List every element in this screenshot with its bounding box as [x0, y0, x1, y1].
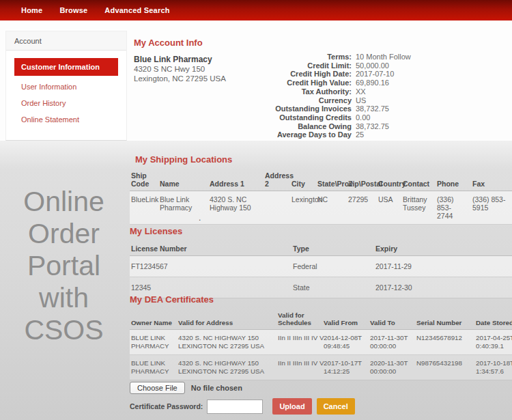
certificate-password-input[interactable] [207, 400, 263, 414]
nav-item-home[interactable]: Home [21, 6, 42, 14]
field-value: 38,732.75 [356, 104, 389, 113]
field-label: Currency [228, 96, 352, 105]
table-header-row: Ship Code Name Address 1 Address 2 City … [130, 170, 512, 191]
cell-ship-code: BlueLink [130, 191, 158, 225]
nav-item-browse[interactable]: Browse [59, 6, 87, 14]
column-header: Phone [436, 170, 471, 191]
account-field-credit-limit: Credit Limit:50,000.00 [228, 61, 501, 70]
sidebar-item-user-information[interactable]: User Information [14, 76, 118, 92]
account-field-outstanding-credits: Outstanding Credits0.00 [228, 113, 501, 122]
field-value: 25 [356, 130, 364, 139]
watermark-line: Portal [0, 250, 128, 282]
watermark-line: Online [0, 186, 128, 218]
stray-mark: . [199, 213, 201, 223]
dea-certificates-section: My DEA Certificates Owner Name Valid for… [130, 292, 512, 380]
field-label: Credit High Date: [228, 70, 352, 79]
column-header: Ship Code [130, 170, 158, 191]
field-value: 50,000.00 [356, 61, 389, 70]
column-header: Expiry [374, 243, 512, 256]
certificate-password-label: Certificate Password: [130, 402, 203, 410]
table-row: BLUE LINK PHARMACY 4320 S. NC HIGHWAY 15… [130, 355, 512, 380]
column-header: Fax [471, 170, 512, 191]
cell-country: USA [377, 191, 401, 225]
column-header: Country [377, 170, 401, 191]
upload-button[interactable]: Upload [272, 398, 311, 415]
account-field-credit-high-value: Credit High Value:69,890.16 [228, 79, 501, 87]
column-header: Date Stored [474, 310, 512, 330]
column-header: Serial Number [415, 310, 474, 330]
field-label: Outstanding Invoices [228, 104, 352, 113]
column-header: Address 1 [208, 170, 264, 191]
cell-license-type: Federal [291, 256, 374, 277]
field-value: US [356, 96, 366, 105]
cell-serial-number: N12345678912 [415, 330, 474, 355]
licenses-title: My Licenses [130, 226, 512, 236]
field-label: Credit Limit: [228, 61, 352, 70]
column-header: Contact [401, 170, 436, 191]
video-watermark-text: Online Order Portal with CSOS [0, 186, 128, 346]
column-header: Owner Name [130, 310, 177, 330]
account-field-currency: CurrencyUS [228, 96, 501, 105]
account-info-section: My Account Info Blue Link Pharmacy 4320 … [134, 34, 512, 83]
account-sidebar: Account Customer Information User Inform… [5, 31, 127, 141]
sidebar-item-online-statement[interactable]: Online Statement [14, 109, 118, 125]
account-field-balance-owing: Balance Owing38,732.75 [228, 122, 501, 131]
cell-zip: 27295 [347, 191, 377, 225]
shipping-locations-section: My Shipping Locations Ship Code Name Add… [130, 152, 512, 225]
account-info-title: My Account Info [134, 38, 512, 48]
cell-city: Lexington [290, 191, 316, 225]
cell-valid-from: 2017-10-17T14:12:25 [322, 355, 369, 380]
field-value: XX [356, 87, 366, 96]
no-file-chosen-text: No file chosen [191, 384, 242, 392]
cell-address1: 4320 S. NC Highway 150 [208, 191, 264, 225]
column-header: License Number [130, 243, 291, 256]
table-row: BlueLink Blue Link Pharmacy 4320 S. NC H… [130, 191, 512, 225]
choose-file-button[interactable]: Choose File [130, 382, 185, 394]
account-field-credit-high-date: Credit High Date:2017-07-10 [228, 70, 501, 79]
field-value: 69,890.16 [356, 79, 389, 87]
field-label: Terms: [228, 53, 352, 61]
cell-address2 [264, 191, 290, 225]
field-label: Tax Authority: [228, 87, 352, 96]
sidebar-item-customer-information[interactable]: Customer Information [14, 58, 118, 76]
watermark-line: Order [0, 218, 128, 250]
field-label: Outstanding Credits [228, 113, 352, 122]
field-value: 0.00 [356, 113, 370, 122]
nav-item-advanced-search[interactable]: Advanced Search [104, 6, 169, 14]
cell-valid-to: 2020-11-30T00:00:00 [369, 355, 415, 380]
table-header-row: License Number Type Expiry [130, 243, 512, 256]
cell-owner-name: BLUE LINK PHARMACY [130, 355, 177, 380]
licenses-table: License Number Type Expiry FT1234567 Fed… [130, 243, 512, 298]
column-header: Valid for Schedules [276, 310, 322, 330]
table-row: FT1234567 Federal 2017-11-29 [130, 256, 512, 277]
column-header: Valid for Address [177, 310, 276, 330]
licenses-section: My Licenses License Number Type Expiry F… [130, 223, 512, 298]
cell-valid-schedules: IIn II IIIn III IV V [276, 330, 322, 355]
cancel-button[interactable]: Cancel [317, 398, 355, 415]
field-label: Credit High Value: [228, 79, 352, 87]
table-header-row: Owner Name Valid for Address Valid for S… [130, 310, 512, 330]
column-header: State\Prov [316, 170, 347, 191]
sidebar-item-order-history[interactable]: Order History [14, 92, 118, 109]
field-label: Balance Owing [228, 122, 352, 131]
field-value: 38,732.75 [356, 122, 389, 131]
cell-license-expiry: 2017-11-29 [374, 256, 512, 277]
column-header: Name [158, 170, 208, 191]
watermark-line: CSOS [0, 314, 128, 346]
cell-phone: (336) 853-2744 [436, 191, 471, 225]
dea-certificates-table: Owner Name Valid for Address Valid for S… [130, 310, 512, 380]
cell-valid-to: 2017-11-30T00:00:00 [369, 330, 415, 355]
cell-date-stored: 2017-10-18T11:34:57.6 [474, 355, 512, 380]
cell-serial-number: N98765432198 [415, 355, 474, 380]
field-label: Average Days to Day [228, 130, 352, 139]
account-fields: Terms:10 Month Follow Credit Limit:50,00… [228, 53, 501, 139]
top-nav-bar: Home Browse Advanced Search [0, 0, 512, 20]
cell-valid-address: 4320 S. NC HIGHWAY 150 LEXINGTON NC 2729… [177, 355, 276, 380]
field-value: 2017-07-10 [356, 70, 394, 79]
watermark-line: with [0, 282, 128, 314]
column-header: Address 2 [264, 170, 290, 191]
column-header: City [290, 170, 316, 191]
cell-valid-address: 4320 S. NC HIGHWAY 150 LEXINGTON NC 2729… [177, 330, 276, 355]
cell-valid-from: 2014-12-08T09:48:45 [322, 330, 369, 355]
cell-license-number: FT1234567 [130, 256, 291, 277]
